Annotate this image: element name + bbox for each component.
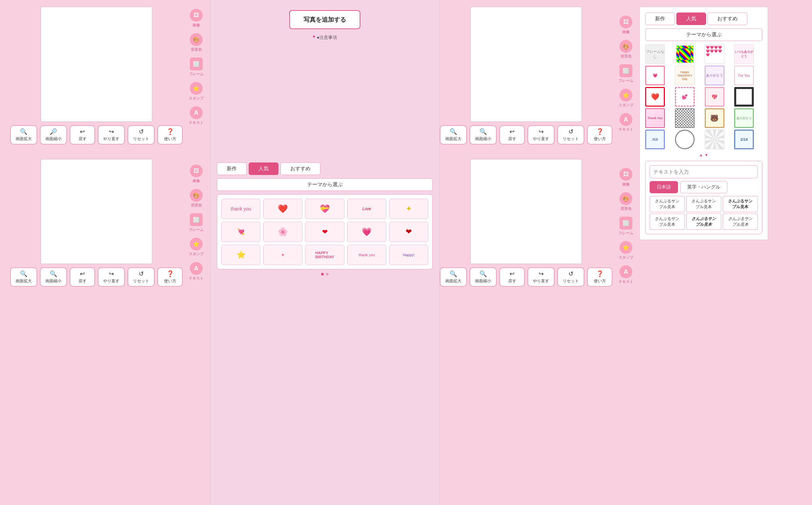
sidebar-frame-btn-2[interactable]: ⬜ フレーム [184,211,208,234]
zoom-in-label-2: 画面拡大 [445,136,461,142]
tab-popular-label-c: 人気 [258,166,269,171]
redo-btn-3[interactable]: ↪ やり直す [98,267,125,287]
stamp-heart-red2[interactable]: ❤ [389,222,428,242]
theme-btn-r[interactable]: テーマから選ぶ [645,28,762,41]
redo-btn-1[interactable]: ↪ やり直す [98,125,125,145]
help-icon-4: ❓ [596,270,604,278]
frame-label-2: フレーム [189,227,204,232]
theme-btn-c[interactable]: テーマから選ぶ [217,178,433,191]
reset-btn-1[interactable]: ↺ リセット [128,125,155,145]
sidebar-stamp-btn-r2[interactable]: ⭐ スタンプ [614,239,638,262]
stamp-love-text[interactable]: Love [347,199,386,219]
sidebar-stamp-btn-2[interactable]: ⭐ スタンプ [184,236,208,259]
sidebar-bgcolor-btn-r2[interactable]: 🎨 背景色 [614,190,638,213]
canvas-1 [41,7,152,122]
frame-happy-vday[interactable]: Happy Valentine's Day [675,66,695,85]
sidebar-text-btn[interactable]: A テキスト [184,104,208,127]
tab-new-c[interactable]: 新作 [217,162,247,175]
stamp-flower[interactable]: 🌸 [263,222,302,242]
sidebar-bgcolor-btn[interactable]: 🎨 背景色 [184,31,208,54]
frame-arigato2[interactable]: ありがとう [734,108,754,128]
sidebar-frame-btn[interactable]: ⬜ フレーム [184,56,208,79]
sidebar-frame-btn-r2[interactable]: ⬜ フレーム [614,215,638,238]
stamp-heart-small[interactable]: ♥ [263,245,302,265]
sidebar-image-btn-r2[interactable]: 🖼 画像 [614,166,638,189]
frame-mono-check[interactable] [675,108,695,128]
sidebar-text-btn-r[interactable]: A テキスト [614,111,638,134]
reset-btn-4[interactable]: ↺ リセット [557,267,584,287]
frame-circle-dot[interactable] [675,130,695,149]
frame-kansha[interactable]: 感謝 [645,130,665,149]
sidebar-bgcolor-btn-2[interactable]: 🎨 背景色 [184,187,208,210]
undo-btn-4[interactable]: ↩ 戻す [499,267,525,287]
stamp-icon-r: ⭐ [619,89,632,102]
toolbar-3: 🔍 画面拡大 🔍 画面縮小 ↩ 戻す ↪ やり直す [10,267,183,287]
sidebar-image-btn[interactable]: 🖼 画像 [184,7,208,30]
sidebar-bgcolor-btn-r[interactable]: 🎨 背景色 [614,38,638,61]
frame-heart[interactable]: 💗💗💗💗💗💗💗💗💗 [705,44,724,64]
stamp-heart-sketch[interactable]: ❤ [305,222,344,242]
reset-btn-3[interactable]: ↺ リセット [128,267,155,287]
frame-itsumo[interactable]: いつもありがとう [734,44,754,64]
stamp-heart-red[interactable]: ❤️ [263,199,302,219]
tab-recommended-c[interactable]: おすすめ [280,162,320,175]
tab-popular-r[interactable]: 人気 [676,13,706,25]
canvas-3 [41,159,152,264]
undo-btn-2[interactable]: ↩ 戻す [499,125,525,145]
help-btn-2[interactable]: ❓ 使い方 [587,125,612,145]
reset-label: リセット [133,136,149,142]
tab-popular-c[interactable]: 人気 [249,162,278,175]
help-btn-3[interactable]: ❓ 使い方 [157,267,183,287]
sidebar-text-btn-2[interactable]: A テキスト [184,260,208,283]
undo-btn-3[interactable]: ↩ 戻す [70,267,95,287]
redo-btn-2[interactable]: ↪ やり直す [527,125,555,145]
frame-heart-red[interactable]: ❤️ [645,87,665,107]
help-btn-1[interactable]: ❓ 使い方 [157,125,183,145]
frame-rays[interactable] [705,130,724,149]
sidebar-image-btn-2[interactable]: 🖼 画像 [184,162,208,185]
stamp-arrow-heart[interactable]: 💘 [221,222,261,242]
page-dot-1[interactable] [321,273,324,276]
frame-pink-hearts[interactable]: 💗 [645,66,665,85]
reset-btn-2[interactable]: ↺ リセット [557,125,584,145]
sidebar-frame-btn-r[interactable]: ⬜ フレーム [614,62,638,85]
stamp-heart-pink[interactable]: 💗 [347,222,386,242]
stamp-happy-purple[interactable]: Happy! [389,245,428,265]
undo-btn-1[interactable]: ↩ 戻す [70,125,95,145]
help-btn-4[interactable]: ❓ 使い方 [587,267,612,287]
frame-black[interactable] [734,87,754,107]
stamp-thank-you[interactable]: thank you [221,199,261,219]
stamp-thank-you-small[interactable]: thank you [347,245,386,265]
frame-thank-you[interactable]: Thank You [645,108,665,128]
stamp-star-gold[interactable]: ⭐ [221,245,261,265]
sidebar-stamp-btn-r[interactable]: ⭐ スタンプ [614,87,638,110]
zoom-in-btn-4[interactable]: 🔍 画面拡大 [440,267,467,287]
redo-btn-4[interactable]: ↪ やり直す [527,267,555,287]
tab-new-r[interactable]: 新作 [645,13,675,25]
bgcolor-label-2: 背景色 [191,203,202,208]
frame-heart-border2[interactable]: 💕 [675,87,695,107]
zoom-in-btn-2[interactable]: 🔍 画面拡大 [440,125,467,145]
tab-recommended-r[interactable]: おすすめ [707,13,747,25]
stamp-happy-birthday[interactable]: HAPPYBIRTHDAY [305,245,344,265]
photo-upload-btn[interactable]: 写真を追加する [289,10,360,29]
frame-colorful-dots[interactable] [675,44,695,64]
zoom-out-btn-2[interactable]: 🔍 画面縮小 [470,125,497,145]
frame-none[interactable]: フレームなし [645,44,665,64]
frame-for-you[interactable]: For You [734,66,754,85]
frame-bear[interactable]: 🐻 [705,108,724,128]
stamp-heart-ribbon[interactable]: 💝 [305,199,344,219]
frame-arigato[interactable]: ありがとう [705,66,724,85]
page-dot-2[interactable] [326,273,329,276]
sidebar-text-btn-r2[interactable]: A テキスト [614,263,638,286]
frame-heart3[interactable]: 💖 [705,87,724,107]
frame-214[interactable]: 2/14 [734,130,754,149]
zoom-in-btn-3[interactable]: 🔍 画面拡大 [10,267,37,287]
sidebar-stamp-btn[interactable]: ⭐ スタンプ [184,80,208,103]
zoom-out-btn-3[interactable]: 🔍 画面縮小 [40,267,67,287]
zoom-in-btn-1[interactable]: 🔍 画面拡大 [10,125,37,145]
stamp-sparkle[interactable]: ✦ [389,199,428,219]
sidebar-image-btn-r[interactable]: 🖼 画像 [614,14,638,37]
zoom-out-btn-1[interactable]: 🔍 画面縮小 [40,125,67,145]
zoom-out-btn-4[interactable]: 🔍 画面縮小 [470,267,497,287]
